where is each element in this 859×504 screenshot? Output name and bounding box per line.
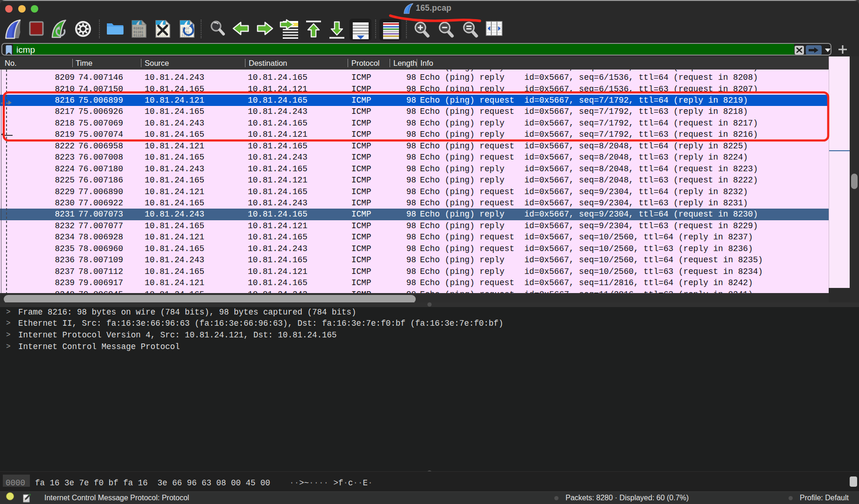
svg-text:01110: 01110: [133, 34, 143, 37]
